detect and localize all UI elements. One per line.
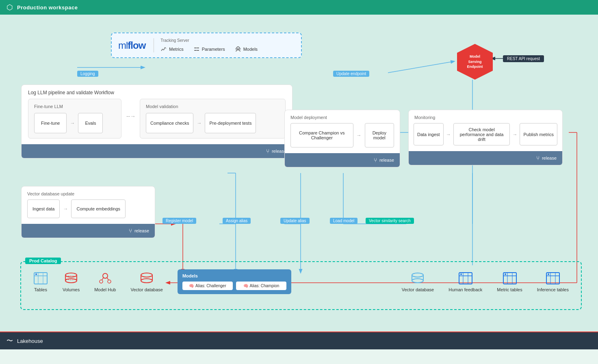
update-alias-badge: Update alias	[280, 218, 310, 224]
catalog-inference-tables: Inference tables	[537, 272, 569, 292]
catalog-metric-tables: Metric tables	[497, 272, 522, 292]
prod-catalog-area: Prod Catalog Tables	[20, 261, 582, 310]
serving-endpoint: Model Serving Endpoint	[457, 44, 493, 80]
monitoring-title: Monitoring	[409, 110, 562, 123]
compare-step: Compare Champion vs Challenger	[290, 123, 353, 147]
deployment-release-label: release	[379, 158, 394, 162]
vectordb-container: Vector database update Ingest data → Com…	[21, 186, 155, 238]
svg-point-53	[141, 279, 152, 283]
volumes-label: Volumes	[63, 287, 80, 292]
finetune-step: Fine-tune	[34, 113, 67, 133]
inference-tables-label: Inference tables	[537, 287, 569, 292]
catalog-vectordb-red: Vector database	[130, 272, 163, 292]
lakehouse-icon: 〜	[6, 337, 13, 345]
assign-alias-badge: Assign alias	[223, 218, 251, 224]
catalog-human-feedback: Human feedback	[448, 272, 482, 292]
monitoring-container: Monitoring Data ingest → Check model per…	[408, 110, 563, 165]
human-feedback-label: Human feedback	[448, 287, 482, 292]
alias-challenger: 🧠 Alias: Challenger	[182, 282, 233, 290]
deploy-step: Deploy model	[365, 123, 394, 147]
deployment-title: Model deployment	[285, 110, 400, 123]
finetune-title: Fine-tune LLM	[34, 104, 115, 109]
vectordb-release-bar: ⑂ release	[22, 224, 155, 238]
svg-rect-30	[197, 50, 199, 51]
tracking-server-label: Tracking Server	[160, 38, 295, 43]
predeployment-step: Pre-deployment tests	[205, 113, 256, 133]
mlflow-logo: mlflow	[118, 40, 145, 51]
top-bar-title: Production workspace	[17, 4, 78, 11]
ingest-step: Ingest data	[27, 199, 60, 218]
models-box: Models 🧠 Alias: Challenger 🧠 Alias: Cham…	[178, 269, 291, 294]
mlflow-metrics: Metrics	[160, 46, 183, 52]
tables-label: Tables	[34, 287, 47, 292]
validation-title: Model validation	[146, 104, 280, 109]
vectordb-blue-label: Vector database	[402, 287, 434, 292]
mlflow-parameters: Parameters	[193, 46, 225, 52]
update-endpoint-badge: Update endpoint	[333, 71, 369, 77]
svg-point-62	[460, 273, 462, 275]
compliance-step: Compliance checks	[146, 113, 193, 133]
vectordb-release-label: release	[134, 228, 149, 233]
prod-catalog-title: Prod Catalog	[25, 258, 61, 264]
evals-step: Evals	[78, 113, 103, 133]
publish-metrics-step: Publish metrics	[520, 123, 557, 145]
vectordb-red-label: Vector database	[130, 287, 163, 292]
logging-badge: Logging	[77, 71, 98, 77]
svg-point-46	[100, 280, 103, 283]
validation-section: Model validation Compliance checks → Pre…	[140, 99, 286, 139]
top-bar-icon: ⬡	[6, 3, 13, 12]
svg-point-57	[412, 279, 423, 283]
deployment-release-bar: ⑂ release	[285, 153, 400, 167]
workflow-release-bar: ⑂ release	[22, 144, 292, 158]
svg-rect-29	[194, 50, 196, 51]
modelhub-label: Model Hub	[94, 287, 116, 292]
vectordb-title: Vector database update	[22, 186, 155, 199]
workflow-title: Log LLM pipeline and validate Workflow	[22, 85, 292, 99]
svg-point-54	[412, 273, 423, 277]
svg-line-48	[102, 277, 104, 280]
svg-rect-27	[197, 48, 199, 48]
embeddings-step: Compute embeddings	[71, 199, 126, 218]
catalog-volumes: Volumes	[63, 272, 80, 292]
models-title: Models	[182, 273, 286, 278]
register-model-badge: Register model	[162, 218, 196, 224]
svg-point-44	[65, 276, 77, 280]
catalog-vectordb-blue: Vector database	[402, 272, 434, 292]
lakehouse-title: Lakehouse	[17, 338, 43, 344]
data-ingest-step: Data ingest	[414, 123, 444, 145]
catalog-modelhub: Model Hub	[94, 272, 116, 292]
lakehouse-bar: 〜 Lakehouse	[0, 332, 598, 349]
mlflow-models: Models	[235, 46, 258, 52]
check-model-step: Check model performance and data drift	[453, 123, 510, 145]
monitoring-release-bar: ⑂ release	[409, 151, 562, 165]
svg-point-50	[141, 273, 152, 277]
svg-line-49	[107, 277, 108, 280]
mlflow-box: mlflow Tracking Server Metrics Parameter…	[111, 32, 302, 58]
svg-rect-26	[194, 48, 196, 48]
top-bar-fixed: ⬡ Production workspace	[0, 0, 598, 15]
rest-api-badge: REST API request	[503, 55, 544, 62]
svg-point-39	[35, 273, 37, 275]
metric-tables-label: Metric tables	[497, 287, 522, 292]
svg-point-67	[505, 273, 506, 275]
svg-point-47	[108, 280, 111, 283]
finetune-section: Fine-tune LLM Fine-tune → Evals	[28, 99, 121, 139]
monitoring-release-label: release	[542, 156, 557, 160]
svg-line-5	[388, 61, 454, 73]
catalog-tables: Tables	[33, 272, 48, 292]
svg-point-72	[548, 273, 549, 275]
main-content: mlflow Tracking Server Metrics Parameter…	[0, 15, 598, 332]
dashed-connector: - - →	[126, 113, 135, 119]
alias-champion: 🧠 Alias: Champion	[236, 282, 286, 290]
deployment-container: Model deployment Compare Champion vs Cha…	[284, 110, 400, 167]
vector-search-badge: Vector similarity search	[366, 218, 414, 224]
workflow-container: Log LLM pipeline and validate Workflow F…	[21, 84, 292, 158]
load-model-badge: Load model	[330, 218, 358, 224]
